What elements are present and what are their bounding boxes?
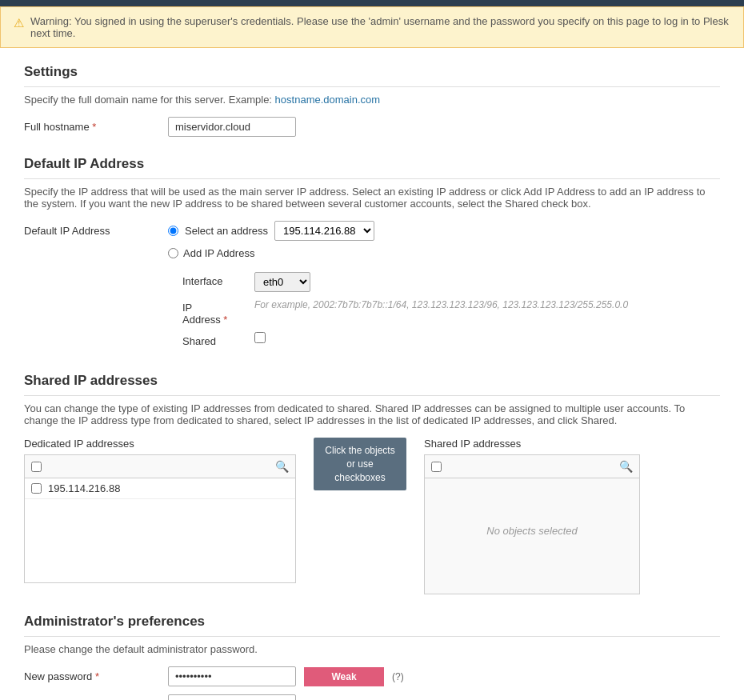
interface-label: Interface bbox=[182, 272, 254, 287]
hostname-required-star: * bbox=[92, 121, 96, 133]
confirm-password-label: Confirm password * bbox=[24, 694, 168, 700]
dedicated-ip-item[interactable]: 195.114.216.88 bbox=[25, 478, 295, 499]
ip-address-field-label: IPAddress * bbox=[182, 298, 254, 326]
confirm-password-row: Confirm password * bbox=[24, 694, 720, 700]
password-help-link[interactable]: (?) bbox=[392, 671, 404, 682]
shared-checkbox-row: Shared bbox=[182, 332, 628, 347]
new-password-input[interactable] bbox=[168, 666, 296, 686]
dedicated-ip-list-body: 195.114.216.88 bbox=[25, 478, 295, 582]
shared-ip-list-header: 🔍 bbox=[425, 455, 639, 478]
hostname-row: Full hostname * bbox=[24, 117, 720, 137]
ip-address-placeholder-area: For example, 2002:7b7b:7b7b::1/64, 123.1… bbox=[254, 298, 628, 310]
shared-ip-column-label: Shared IP addresses bbox=[424, 438, 640, 450]
ip-required-star: * bbox=[223, 314, 227, 326]
shared-checkbox[interactable] bbox=[254, 332, 266, 343]
settings-desc: Specify the full domain name for this se… bbox=[24, 94, 720, 106]
hostname-example: hostname.domain.com bbox=[275, 94, 381, 106]
shared-search-icon[interactable]: 🔍 bbox=[619, 460, 633, 473]
add-ip-label: Add IP Address bbox=[183, 247, 254, 259]
ip-address-input-row: IPAddress * For example, 2002:7b7b:7b7b:… bbox=[182, 298, 628, 326]
ip-address-dropdown[interactable]: 195.114.216.88 bbox=[274, 221, 374, 241]
default-ip-desc: Specify the IP address that will be used… bbox=[24, 186, 720, 210]
default-ip-section: Default IP Address Specify the IP addres… bbox=[24, 156, 720, 354]
settings-title: Settings bbox=[24, 64, 720, 87]
shared-ip-container: Dedicated IP addresses 🔍 195.114.216.88 bbox=[24, 438, 720, 594]
new-password-label: New password * bbox=[24, 666, 168, 682]
dedicated-select-all-checkbox[interactable] bbox=[31, 462, 42, 472]
new-password-row: New password * Weak (?) bbox=[24, 666, 720, 686]
shared-ip-section: Shared IP addresses You can change the t… bbox=[24, 373, 720, 594]
hostname-label: Full hostname * bbox=[24, 117, 168, 133]
new-password-controls: Weak (?) bbox=[168, 666, 404, 686]
shared-ip-title: Shared IP addresses bbox=[24, 373, 720, 396]
dedicated-ip-checkbox[interactable] bbox=[31, 483, 42, 494]
select-address-label: Select an address bbox=[185, 225, 268, 237]
default-ip-label: Default IP Address bbox=[24, 221, 168, 237]
select-address-row: Select an address 195.114.216.88 bbox=[168, 221, 628, 241]
dedicated-ip-column: Dedicated IP addresses 🔍 195.114.216.88 bbox=[24, 438, 296, 583]
default-ip-row: Default IP Address Select an address 195… bbox=[24, 221, 720, 354]
dedicated-search-icon[interactable]: 🔍 bbox=[275, 460, 289, 473]
default-ip-title: Default IP Address bbox=[24, 156, 720, 179]
dedicated-ip-value: 195.114.216.88 bbox=[48, 482, 120, 494]
no-objects-label: No objects selected bbox=[486, 525, 577, 537]
add-ip-row: Add IP Address bbox=[168, 247, 628, 259]
ip-radio-group: Select an address 195.114.216.88 Add IP … bbox=[168, 221, 628, 354]
settings-section: Settings Specify the full domain name fo… bbox=[24, 64, 720, 137]
shared-select-all-checkbox[interactable] bbox=[431, 462, 442, 472]
dedicated-ip-list-header: 🔍 bbox=[25, 455, 295, 478]
select-address-radio[interactable] bbox=[168, 226, 178, 236]
shared-label: Shared bbox=[182, 332, 254, 347]
shared-ip-empty-state: No objects selected bbox=[425, 478, 639, 582]
shared-ip-column: Shared IP addresses 🔍 No objects selecte… bbox=[424, 438, 640, 594]
add-ip-radio[interactable] bbox=[168, 248, 178, 258]
warning-text: Warning: You signed in using the superus… bbox=[30, 15, 730, 39]
password-strength-bar: Weak bbox=[304, 667, 384, 686]
dedicated-ip-list-box: 🔍 195.114.216.88 bbox=[24, 454, 296, 583]
warning-icon: ⚠ bbox=[14, 16, 24, 30]
main-content: Settings Specify the full domain name fo… bbox=[0, 48, 744, 700]
hostname-input[interactable] bbox=[168, 117, 296, 137]
add-ip-subsection: Interface eth0 IPAddress * For example, … bbox=[182, 272, 628, 354]
transfer-button[interactable]: Click the objectsor usecheckboxes bbox=[314, 438, 406, 490]
admin-prefs-section: Administrator's preferences Please chang… bbox=[24, 614, 720, 700]
shared-ip-list-box: 🔍 No objects selected bbox=[424, 454, 640, 594]
shared-ip-desc: You can change the type of existing IP a… bbox=[24, 402, 720, 426]
confirm-password-input[interactable] bbox=[168, 694, 296, 700]
transfer-button-area: Click the objectsor usecheckboxes bbox=[312, 438, 408, 490]
dedicated-ip-column-label: Dedicated IP addresses bbox=[24, 438, 296, 450]
admin-prefs-desc: Please change the default administrator … bbox=[24, 643, 720, 655]
top-bar bbox=[0, 0, 744, 6]
new-password-required-star: * bbox=[95, 670, 99, 682]
ip-address-placeholder: For example, 2002:7b7b:7b7b::1/64, 123.1… bbox=[254, 299, 628, 310]
warning-banner: ⚠ Warning: You signed in using the super… bbox=[0, 6, 744, 48]
interface-row: Interface eth0 bbox=[182, 272, 628, 292]
interface-select[interactable]: eth0 bbox=[254, 272, 310, 292]
admin-prefs-title: Administrator's preferences bbox=[24, 614, 720, 637]
